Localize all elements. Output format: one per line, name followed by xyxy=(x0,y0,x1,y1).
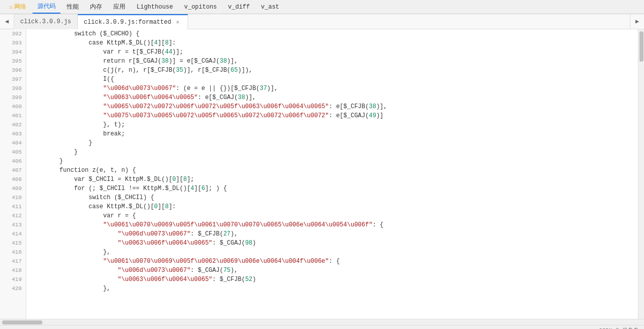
code-line: var r = t[$_CFJB(44)]; xyxy=(30,48,634,57)
code-line: "\u0065\u0072\u0072\u006f\u0072\u005f\u0… xyxy=(30,102,634,111)
code-line: for (; $_CHCIl !== KttpM.$_DL()[4][6]; )… xyxy=(30,184,634,193)
code-line: return r[$_CGAJ(38)] = e[$_CGAJ(38)], xyxy=(30,57,634,66)
code-line: } xyxy=(30,157,634,166)
line-number: 398 xyxy=(0,84,26,93)
line-number: 396 xyxy=(0,66,26,75)
code-line: }, xyxy=(30,284,634,293)
code-line: "\u0063\u006f\u0064\u0065": e[$_CGAJ(38)… xyxy=(30,93,634,102)
code-line: "\u006d\u0073\u0067": $_CGAJ(75), xyxy=(30,266,634,275)
code-line: function z(e, t, n) { xyxy=(30,166,634,175)
code-line: "\u006d\u0073\u0067": $_CFJB(27), xyxy=(30,229,634,239)
line-number: 412 xyxy=(0,211,26,220)
code-line: "\u006d\u0073\u0067": (e = e || {})[$_CF… xyxy=(30,84,634,93)
line-numbers: 3923933943953963973983994004014024034044… xyxy=(0,29,26,319)
vertical-scrollbar[interactable] xyxy=(638,29,644,319)
line-number: 414 xyxy=(0,229,26,239)
nav-item-source[interactable]: 源代码 xyxy=(32,0,61,14)
code-line: switch ($_CHCIl) { xyxy=(30,193,634,202)
code-line: "\u0063\u006f\u0064\u0065": $_CFJB(52) xyxy=(30,275,634,284)
nav-item-lighthouse[interactable]: Lighthouse xyxy=(131,2,178,13)
line-number: 407 xyxy=(0,166,26,175)
tab-label: click.3.0.9.js xyxy=(20,18,71,25)
nav-item-app[interactable]: 应用 xyxy=(108,1,130,13)
nav-item-vopitons[interactable]: v_opitons xyxy=(179,2,222,13)
code-line: switch ($_CHCHO) { xyxy=(30,29,634,38)
line-number: 408 xyxy=(0,175,26,184)
line-number: 397 xyxy=(0,75,26,84)
line-number: 405 xyxy=(0,148,26,157)
code-line: "\u0075\u0073\u0065\u0072\u005f\u0065\u0… xyxy=(30,111,634,120)
warning-icon: ⚠ xyxy=(9,3,13,11)
line-number: 394 xyxy=(0,48,26,57)
code-line: "\u0061\u0070\u0069\u005f\u0061\u0070\u0… xyxy=(30,220,634,229)
code-line: }, xyxy=(30,248,634,257)
code-line: case KttpM.$_DL()[4][8]: xyxy=(30,38,634,48)
line-number: 416 xyxy=(0,248,26,257)
top-nav: ⚠ 网络 源代码 性能 内存 应用 Lighthouse v_opitons v… xyxy=(0,0,644,14)
line-number: 404 xyxy=(0,138,26,148)
line-number: 399 xyxy=(0,93,26,102)
editor-container: 3923933943953963973983994004014024034044… xyxy=(0,29,644,319)
code-line: I({ xyxy=(30,75,634,84)
code-line: "\u0061\u0070\u0069\u005f\u0062\u0069\u0… xyxy=(30,257,634,266)
nav-item-memory[interactable]: 内存 xyxy=(85,1,107,13)
nav-item-vast[interactable]: v_ast xyxy=(256,2,284,13)
tab-close-button[interactable]: ✕ xyxy=(174,19,181,26)
line-number: 400 xyxy=(0,102,26,111)
code-line: } xyxy=(30,138,634,148)
code-line: c(j(r, n), r[$_CFJB(35)], r[$_CFJB(65)])… xyxy=(30,66,634,75)
line-number: 413 xyxy=(0,220,26,229)
nav-item-vdiff[interactable]: v_diff xyxy=(223,2,255,13)
code-line: }, t); xyxy=(30,120,634,129)
line-number: 415 xyxy=(0,239,26,248)
line-number: 418 xyxy=(0,266,26,275)
line-number: 406 xyxy=(0,157,26,166)
line-number: 409 xyxy=(0,184,26,193)
code-line: } xyxy=(30,148,634,157)
line-number: 395 xyxy=(0,57,26,66)
hscrollbar-thumb[interactable] xyxy=(2,320,42,324)
nav-item-perf[interactable]: 性能 xyxy=(62,1,84,13)
line-number: 417 xyxy=(0,257,26,266)
nav-item-label: 网络 xyxy=(14,3,26,11)
nav-warning-network[interactable]: ⚠ 网络 xyxy=(4,1,31,13)
line-number: 401 xyxy=(0,111,26,120)
code-area[interactable]: switch ($_CHCHO) { case KttpM.$_DL()[4][… xyxy=(26,29,638,319)
code-line: case KttpM.$_DL()[0][8]: xyxy=(30,202,634,211)
line-number: 392 xyxy=(0,29,26,38)
tab-scroll-right[interactable]: ▶ xyxy=(630,14,644,29)
line-number: 402 xyxy=(0,120,26,129)
status-bar: CSDN @ 半岛岛 xyxy=(0,325,644,329)
hscrollbar[interactable] xyxy=(0,319,644,325)
line-number: 411 xyxy=(0,202,26,211)
code-line: "\u0063\u006f\u0064\u0065": $_CGAJ(98) xyxy=(30,239,634,248)
code-line: break; xyxy=(30,129,634,138)
code-line: var $_CHCIl = KttpM.$_DL()[0][8]; xyxy=(30,175,634,184)
tab-click-original[interactable]: click.3.0.9.js xyxy=(14,14,78,29)
tab-click-formatted[interactable]: click.3.0.9.js:formatted ✕ xyxy=(78,14,188,29)
tab-label-active: click.3.0.9.js:formatted xyxy=(84,19,171,26)
scrollbar-thumb[interactable] xyxy=(639,31,643,62)
line-number: 410 xyxy=(0,193,26,202)
status-text: CSDN @ 半岛岛 xyxy=(599,326,639,329)
line-number: 419 xyxy=(0,275,26,284)
tab-bar: ◀ click.3.0.9.js click.3.0.9.js:formatte… xyxy=(0,14,644,29)
code-line: var r = { xyxy=(30,211,634,220)
line-number: 403 xyxy=(0,129,26,138)
tab-scroll-left[interactable]: ◀ xyxy=(0,14,14,29)
line-number: 393 xyxy=(0,38,26,48)
line-number: 420 xyxy=(0,284,26,293)
